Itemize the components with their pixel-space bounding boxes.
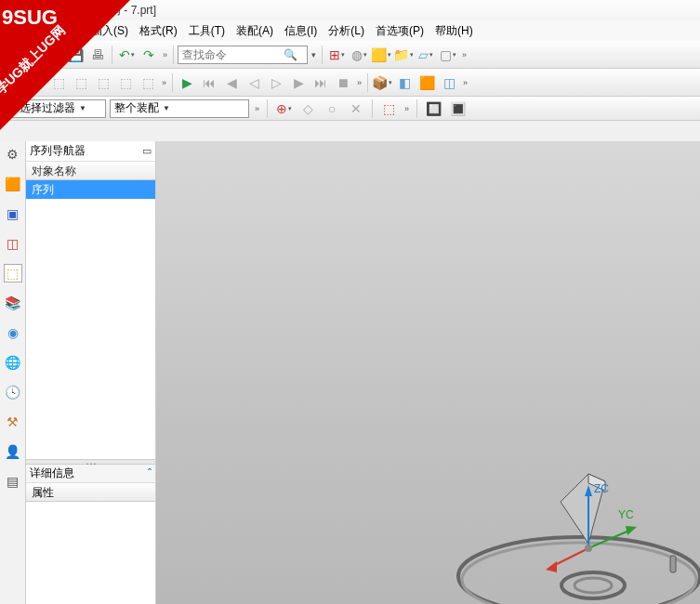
separator (367, 73, 368, 92)
separator (322, 46, 323, 64)
navigator-header: 序列导航器 ▭ (26, 141, 155, 162)
collapse-icon[interactable]: ˆ (148, 467, 152, 480)
constraint-navigator-tab[interactable]: ▣ (4, 204, 22, 223)
snap-mid-button[interactable]: ◇ (297, 98, 318, 119)
overflow-1[interactable]: » (48, 50, 57, 59)
zoom-button[interactable]: 🔳 (447, 98, 468, 119)
menu-analyze[interactable]: 分析(L) (323, 20, 370, 42)
overflow-4[interactable]: » (160, 78, 168, 87)
separator (173, 46, 174, 64)
fit-button[interactable]: 🔲 (423, 98, 443, 119)
seq-next-button[interactable]: ▶ (288, 72, 309, 93)
assembly-new-button[interactable]: ⬚ (26, 72, 46, 93)
reference-button[interactable]: 🟧 (416, 72, 437, 93)
toolbar-1: ▭ 📂 » 💾 🖶 ↶ ↷ » 🔍 ▾ ⊞ ◍ 🟨 📁 ▱ ▢ » (0, 41, 700, 69)
snap-center-button[interactable]: ○ (322, 98, 342, 119)
list-tab[interactable]: ▤ (4, 472, 22, 491)
toolbar-2: ⬚ ⬚ ⬚ ⬚ ⬚ ⬚ ⬚ » ▶ ⏮ ◀ ◁ ▷ ▶ ⏭ ⏹ » 📦 ◧ 🟧 … (0, 69, 700, 97)
menu-tools[interactable]: 工具(T) (183, 20, 231, 42)
background-button[interactable]: ▢ (438, 45, 458, 65)
tree-row-sequence[interactable]: 序列 (26, 180, 155, 199)
arrangement-button[interactable]: ◧ (394, 72, 415, 93)
seq-play-button[interactable]: ▶ (177, 72, 197, 93)
svg-rect-4 (670, 556, 676, 572)
system-tab[interactable]: ⚒ (4, 413, 22, 431)
reuse-library-tab[interactable]: 📚 (4, 294, 22, 312)
gear-icon[interactable]: ⚙ (4, 145, 22, 164)
menu-pref[interactable]: 首选项(P) (370, 20, 429, 42)
overflow-2[interactable]: » (161, 50, 169, 59)
wave-button[interactable]: 📦 (372, 72, 392, 93)
sequence-navigator-panel: 序列导航器 ▭ 对象名称 序列 ▴▴▴ 详细信息 ˆ 属性 (26, 141, 156, 604)
resource-bar: ⚙ 🟧 ▣ ◫ ⬚ 📚 ◉ 🌐 🕓 ⚒ 👤 ▤ (0, 141, 26, 604)
undo-button[interactable]: ↶ (116, 45, 137, 65)
seq-prev-button[interactable]: ◀ (221, 72, 242, 93)
title-bar: 序列 - [学UG就上UG网 - 7.prt] (0, 0, 700, 20)
layer-button[interactable]: 📁 (393, 45, 414, 65)
separator (416, 99, 417, 118)
history-tab[interactable]: 🕓 (4, 383, 22, 401)
assembly-move-button[interactable]: ⬚ (115, 72, 136, 93)
sequence-navigator-tab[interactable]: ⬚ (4, 264, 22, 282)
svg-marker-10 (546, 561, 557, 572)
part-navigator-tab[interactable]: 🟧 (4, 175, 22, 193)
menu-info[interactable]: 信息(I) (279, 20, 323, 42)
render-style-button[interactable]: ◍ (349, 45, 369, 65)
menu-assembly[interactable]: 装配(A) (231, 20, 279, 42)
assembly-add-button[interactable]: ⬚ (4, 72, 24, 93)
svg-marker-6 (585, 485, 592, 496)
assembly-explode-button[interactable]: ⬚ (138, 72, 158, 93)
column-header-property[interactable]: 属性 (26, 483, 155, 502)
menu-help[interactable]: 帮助(H) (429, 20, 479, 42)
menu-insert[interactable]: 插入(S) (86, 20, 134, 42)
new-button[interactable]: ▭ (4, 45, 24, 65)
seq-stop-button[interactable]: ⏹ (333, 72, 353, 93)
overflow-6[interactable]: » (461, 78, 469, 87)
filter-bar: 有选择过滤器 ▼ 整个装配 ▼ » ⊕ ◇ ○ ✕ ⬚ » 🔲 🔳 (0, 97, 700, 121)
seq-rewind-button[interactable]: ⏮ (199, 72, 219, 93)
search-icon[interactable]: 🔍 (281, 48, 299, 61)
navigator-tree[interactable]: 序列 (26, 180, 155, 459)
search-input[interactable] (178, 48, 281, 61)
command-search[interactable]: 🔍 (178, 46, 308, 64)
overflow-8[interactable]: » (403, 104, 411, 113)
snap-intersect-button[interactable]: ✕ (346, 98, 366, 119)
redo-button[interactable]: ↷ (139, 45, 159, 65)
window-title: 序列 - [学UG就上UG网 - 7.prt] (7, 3, 156, 19)
print-button[interactable]: 🖶 (87, 45, 108, 65)
open-button[interactable]: 📂 (26, 45, 46, 65)
assembly-constrain-button[interactable]: ⬚ (93, 72, 113, 93)
save-button[interactable]: 💾 (65, 45, 86, 65)
assembly-scope-combo[interactable]: 整个装配 ▼ (110, 99, 249, 118)
graphics-viewport[interactable]: ZC YC (156, 141, 700, 604)
hd3d-tab[interactable]: ◉ (4, 323, 22, 342)
assembly-pattern-button[interactable]: ⬚ (48, 72, 69, 93)
separator (60, 46, 61, 64)
selection-filter-combo[interactable]: 有选择过滤器 ▼ (4, 99, 106, 118)
search-dd[interactable]: ▾ (310, 50, 318, 59)
pin-icon[interactable]: ▭ (142, 145, 152, 157)
roles-tab[interactable]: 👤 (4, 442, 22, 461)
menu-view[interactable]: 视图(V) (37, 20, 86, 42)
overflow-3[interactable]: » (460, 50, 469, 59)
details-body (26, 502, 155, 604)
substitute-button[interactable]: ◫ (439, 72, 459, 93)
overflow-7[interactable]: » (253, 104, 261, 113)
overflow-5[interactable]: » (355, 78, 363, 87)
separator (372, 99, 373, 118)
seq-end-button[interactable]: ⏭ (310, 72, 331, 93)
seq-stepfwd-button[interactable]: ▷ (266, 72, 286, 93)
menu-format[interactable]: 格式(R) (134, 20, 183, 42)
clip-button[interactable]: ▱ (416, 45, 436, 65)
view-orient-button[interactable]: ⊞ (326, 45, 347, 65)
assembly-navigator-tab[interactable]: ◫ (4, 234, 22, 253)
browser-tab[interactable]: 🌐 (4, 353, 22, 372)
seq-stepback-button[interactable]: ◁ (244, 72, 264, 93)
snap-point-button[interactable]: ⊕ (273, 98, 294, 119)
column-header-object[interactable]: 对象名称 (26, 162, 155, 180)
assembly-mirror-button[interactable]: ⬚ (71, 72, 91, 93)
object-display-button[interactable]: 🟨 (371, 45, 391, 65)
separator (172, 73, 173, 92)
select-rect-button[interactable]: ⬚ (378, 98, 399, 119)
assembly-scope-text: 整个装配 (114, 100, 159, 116)
